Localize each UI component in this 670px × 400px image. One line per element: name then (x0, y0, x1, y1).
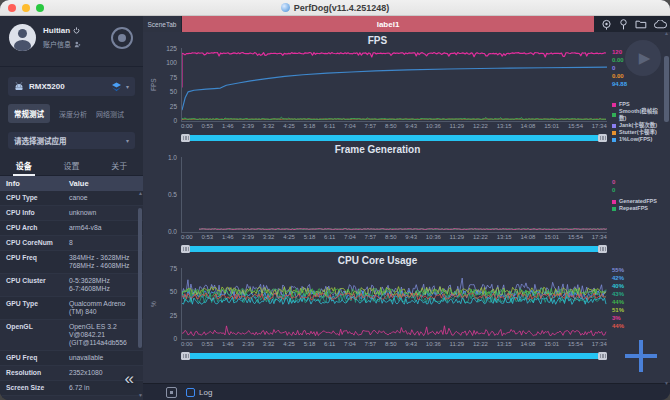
legend-item[interactable]: 1%Low(FPS) (612, 136, 665, 143)
cpu-core-usage-plot[interactable] (182, 268, 607, 339)
x-tick: 15:01 (544, 341, 559, 351)
table-scrollbar-thumb[interactable] (138, 208, 142, 348)
device-name: RMX5200 (29, 82, 111, 91)
x-tick: 7:04 (344, 123, 356, 133)
range-handle-left[interactable] (181, 352, 190, 360)
user-panel: Huitian 账户信息 (0, 16, 143, 67)
chevron-down-icon: ▾ (126, 137, 129, 144)
time-range-scrollbar[interactable] (181, 352, 607, 360)
avatar[interactable] (9, 24, 36, 51)
range-handle-right[interactable] (598, 134, 607, 142)
series-current-values: 00 (612, 178, 665, 194)
range-handle-right[interactable] (598, 352, 607, 360)
range-bar[interactable] (190, 135, 598, 141)
logout-power-icon[interactable] (73, 27, 80, 34)
info-cell: CPU Info (0, 206, 63, 220)
main-vertical-scrollbar[interactable]: ▲ ▼ (664, 34, 669, 380)
scroll-down-icon[interactable]: ▼ (138, 392, 142, 398)
main-area: SceneTab label1 (143, 16, 670, 400)
legend-item[interactable]: RepeatFPS (612, 205, 665, 212)
frame-generation-chart: Frame Generation 1.00.50.0 00 GeneratedF… (148, 144, 665, 253)
x-tick: 17:34 (592, 234, 607, 244)
scene-label-bar[interactable]: label1 (182, 16, 594, 32)
x-tick: 4:25 (283, 234, 295, 244)
target-icon[interactable] (601, 19, 612, 30)
x-tick: 1:46 (222, 123, 234, 133)
range-handle-left[interactable] (181, 245, 190, 253)
range-handle-right[interactable] (598, 245, 607, 253)
x-tick: 8:50 (385, 341, 397, 351)
connection-layers-icon[interactable] (111, 82, 122, 92)
legend-item[interactable]: FPS (612, 101, 665, 108)
x-tick: 0:53 (201, 341, 213, 351)
legend-swatch (612, 113, 616, 117)
record-stop-button[interactable] (111, 27, 133, 49)
fps-plot[interactable] (182, 48, 607, 121)
log-toggle[interactable]: Log (186, 388, 212, 397)
device-selector[interactable]: RMX5200 ▾ (8, 77, 135, 96)
x-tick: 1:46 (222, 234, 234, 244)
chart-legend: GeneratedFPSRepeatFPS (612, 198, 665, 212)
log-checkbox[interactable] (186, 388, 195, 397)
account-info-link[interactable]: 账户信息 (43, 39, 71, 49)
legend-item[interactable]: Stutter(卡顿率) (612, 129, 665, 136)
range-bar[interactable] (190, 246, 598, 252)
x-tick: 0:53 (201, 123, 213, 133)
time-range-scrollbar[interactable] (181, 134, 607, 142)
range-handle-left[interactable] (181, 134, 190, 142)
frame-generation-plot[interactable] (182, 157, 607, 232)
series-value: 42% (612, 274, 665, 282)
column-header-value: Value (63, 176, 143, 191)
pin-icon[interactable] (619, 19, 628, 30)
y-tick: 0 (158, 118, 177, 124)
x-tick: 14:08 (520, 341, 535, 351)
sidebar-tab-设备[interactable]: 设备 (0, 158, 48, 175)
test-tab-常规测试[interactable]: 常规测试 (8, 104, 50, 123)
legend-item[interactable]: Jank(卡顿次数) (612, 122, 665, 129)
panel-toggle-icon[interactable] (166, 387, 177, 398)
series-value: 44% (612, 322, 665, 330)
sidebar-tab-设置[interactable]: 设置 (48, 158, 96, 175)
y-axis-ticks: 1.00.50.0 (158, 157, 181, 233)
value-cell: unknown (63, 206, 143, 220)
play-overlay-button[interactable]: ▶ (625, 40, 661, 76)
legend-item[interactable]: GeneratedFPS (612, 198, 665, 205)
window-title-text: PerfDog(v11.4.251248) (294, 3, 390, 13)
y-axis-label: % (148, 268, 158, 340)
range-bar[interactable] (190, 353, 598, 359)
test-tab-网络测试[interactable]: 网络测试 (96, 109, 124, 119)
table-scrollbar[interactable]: ▲ ▼ (138, 190, 142, 398)
column-header-info: Info (0, 176, 63, 191)
x-tick: 7:04 (344, 234, 356, 244)
scroll-up-icon[interactable]: ▲ (664, 30, 669, 36)
legend-item[interactable]: Smooth(稳帧指数) (612, 108, 665, 122)
add-chart-button[interactable] (625, 340, 657, 372)
y-tick: 100 (158, 60, 177, 66)
x-tick: 0:00 (181, 123, 193, 133)
app-select-dropdown[interactable]: 请选择测试应用 ▾ (8, 132, 135, 149)
x-tick: 0:53 (201, 234, 213, 244)
x-tick: 11:29 (450, 234, 465, 244)
sidebar-collapse-button[interactable]: « (125, 372, 134, 386)
x-tick: 14:08 (520, 234, 535, 244)
scroll-down-icon[interactable]: ▼ (664, 380, 669, 386)
value-cell: unavailable (63, 351, 143, 365)
scrollbar-thumb[interactable] (664, 56, 669, 122)
sidebar-tab-关于[interactable]: 关于 (95, 158, 143, 175)
table-body: CPU TypecanoeCPU InfounknownCPU Archarm6… (0, 191, 143, 400)
y-tick: 1.0 (158, 155, 177, 161)
x-tick: 0:00 (181, 341, 193, 351)
y-tick: 0.0 (158, 229, 177, 235)
time-range-scrollbar[interactable] (181, 245, 607, 253)
y-axis-label: FPS (148, 48, 158, 122)
scroll-up-icon[interactable]: ▲ (138, 190, 142, 196)
folder-icon[interactable] (635, 19, 647, 29)
cloud-icon[interactable] (654, 20, 667, 29)
chart-title: FPS (148, 35, 607, 48)
test-tab-深度分析[interactable]: 深度分析 (59, 109, 87, 119)
log-label: Log (199, 388, 212, 397)
table-row: Ram Size14.8 GB (0, 396, 143, 400)
cpu-core-usage-chart: CPU Core Usage % 7550250 55%42%40%43%44%… (148, 255, 665, 360)
y-tick: 50 (158, 289, 177, 295)
scene-tab[interactable]: SceneTab (143, 16, 181, 32)
